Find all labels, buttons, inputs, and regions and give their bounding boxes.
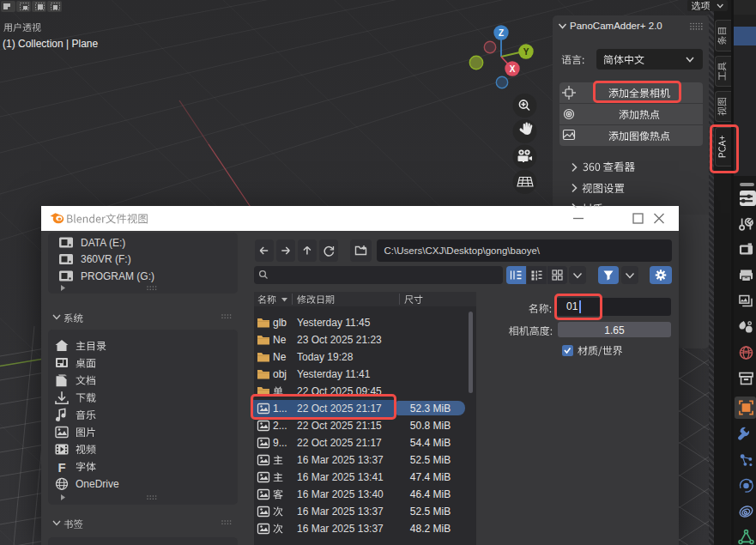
svg-text:Z: Z bbox=[499, 28, 504, 38]
svg-text:Y: Y bbox=[523, 47, 529, 57]
svg-text:F: F bbox=[57, 460, 65, 475]
svg-text:X: X bbox=[510, 64, 516, 74]
